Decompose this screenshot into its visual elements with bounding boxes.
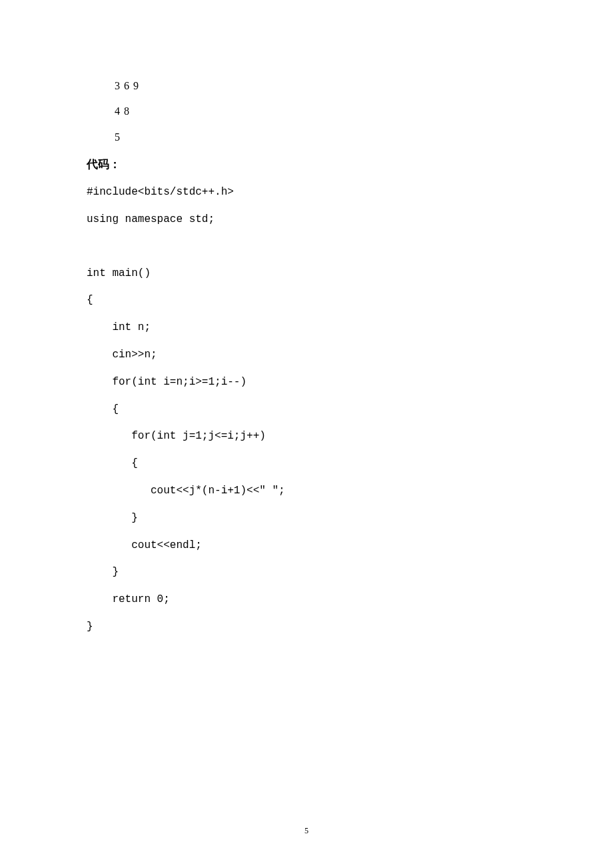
code-line: for(int i=n;i>=1;i--) <box>87 369 533 396</box>
code-line: for(int j=1;j<=i;j++) <box>87 423 533 450</box>
blank-line <box>87 233 533 260</box>
code-line: cout<<j*(n-i+1)<<" "; <box>87 477 533 505</box>
sample-output-line: 3 6 9 <box>87 73 533 99</box>
code-line: cout<<endl; <box>87 532 533 559</box>
code-line: { <box>87 396 533 423</box>
code-line: { <box>87 287 533 314</box>
code-section-heading: 代码： <box>87 151 533 179</box>
code-line: } <box>87 613 533 641</box>
code-line: int n; <box>87 314 533 341</box>
code-line: int main() <box>87 260 533 287</box>
code-line: } <box>87 559 533 586</box>
document-page: 3 6 9 4 8 5 代码： #include<bits/stdc++.h> … <box>0 0 613 868</box>
code-line: } <box>87 505 533 532</box>
page-number: 5 <box>0 826 613 836</box>
code-line: return 0; <box>87 586 533 613</box>
sample-output-line: 4 8 <box>87 99 533 124</box>
code-line: #include<bits/stdc++.h> <box>87 179 533 206</box>
code-line: using namespace std; <box>87 206 533 233</box>
sample-output-line: 5 <box>87 125 533 150</box>
code-line: { <box>87 450 533 477</box>
code-line: cin>>n; <box>87 341 533 369</box>
